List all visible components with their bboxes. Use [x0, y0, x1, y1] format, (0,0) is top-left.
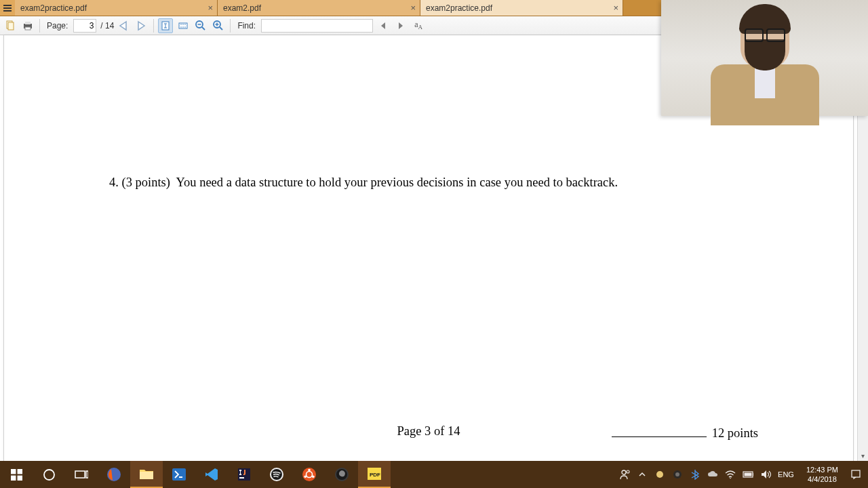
clock-time: 12:43 PM — [806, 465, 838, 474]
clock-date: 4/4/2018 — [806, 474, 838, 484]
svg-rect-25 — [75, 471, 85, 478]
svg-point-7 — [181, 24, 182, 25]
svg-rect-4 — [25, 27, 31, 30]
page-label: Page: — [44, 21, 71, 30]
find-next-icon[interactable] — [393, 18, 408, 33]
svg-rect-3 — [25, 22, 31, 24]
copy-icon[interactable] — [3, 18, 18, 33]
svg-rect-50 — [753, 473, 753, 476]
obs-tray-icon[interactable] — [672, 469, 683, 480]
sumatra-pdf-icon[interactable]: PDF — [358, 461, 391, 488]
svg-point-45 — [656, 471, 663, 478]
svg-rect-1 — [8, 22, 14, 30]
firefox-icon[interactable] — [98, 461, 130, 488]
close-icon[interactable]: × — [410, 3, 416, 12]
people-icon[interactable] — [619, 469, 630, 480]
svg-rect-20 — [11, 469, 16, 474]
svg-point-11 — [183, 26, 184, 28]
app-menu-button[interactable] — [0, 0, 15, 16]
svg-line-17 — [220, 27, 222, 30]
svg-point-37 — [304, 476, 307, 479]
ubuntu-icon[interactable] — [293, 461, 326, 488]
next-page-icon[interactable] — [134, 18, 149, 33]
close-icon[interactable]: × — [613, 3, 618, 12]
svg-rect-51 — [745, 473, 752, 476]
find-input[interactable] — [261, 19, 373, 33]
vscode-icon[interactable] — [195, 461, 228, 488]
svg-point-44 — [627, 470, 629, 473]
webcam-overlay — [661, 0, 868, 116]
svg-point-8 — [183, 24, 184, 25]
tab-label: exam2.pdf — [223, 3, 261, 13]
svg-point-9 — [185, 24, 186, 25]
language-indicator[interactable]: ENG — [778, 470, 794, 479]
separator — [39, 19, 40, 33]
tab-label: exam2practice.pdf — [20, 3, 87, 13]
tab-1[interactable]: exam2.pdf × — [218, 0, 420, 16]
tab-label: exam2practice.pdf — [426, 3, 492, 13]
intellij-icon[interactable] — [228, 461, 260, 488]
find-label: Find: — [235, 21, 258, 30]
start-button[interactable] — [0, 461, 33, 488]
separator — [230, 19, 231, 33]
svg-point-43 — [622, 470, 626, 474]
svg-rect-31 — [239, 477, 244, 479]
svg-rect-52 — [852, 470, 860, 477]
onedrive-icon[interactable] — [707, 469, 718, 480]
svg-text:PDF: PDF — [370, 472, 380, 478]
svg-rect-21 — [17, 469, 22, 474]
svg-rect-26 — [86, 471, 88, 478]
separator — [153, 19, 154, 33]
prev-page-icon[interactable] — [117, 18, 132, 33]
fit-width-icon[interactable] — [176, 18, 191, 33]
svg-point-47 — [675, 472, 679, 476]
weather-icon[interactable] — [654, 469, 665, 480]
svg-point-12 — [185, 26, 186, 28]
spotify-icon[interactable] — [260, 461, 293, 488]
task-view-icon[interactable] — [65, 461, 98, 488]
scroll-down-icon[interactable]: ▾ — [858, 452, 868, 460]
clock[interactable]: 12:43 PM 4/4/2018 — [801, 465, 844, 485]
tab-0[interactable]: exam2practice.pdf × — [15, 0, 218, 16]
cortana-icon[interactable] — [33, 461, 65, 488]
svg-rect-23 — [17, 475, 22, 480]
system-tray: ENG 12:43 PM 4/4/2018 — [612, 465, 868, 485]
svg-point-24 — [44, 470, 54, 480]
battery-icon[interactable] — [743, 469, 753, 480]
svg-point-38 — [312, 476, 315, 479]
page-number-input[interactable] — [73, 19, 96, 33]
close-icon[interactable]: × — [208, 3, 213, 12]
svg-point-10 — [181, 26, 182, 28]
fit-page-icon[interactable] — [158, 18, 173, 33]
powershell-icon[interactable] — [163, 461, 195, 488]
svg-rect-22 — [11, 475, 16, 480]
windows-taskbar: PDF ENG 12:43 PM — [0, 461, 868, 488]
zoom-out-icon[interactable] — [193, 18, 208, 33]
svg-rect-28 — [140, 472, 153, 479]
volume-icon[interactable] — [760, 469, 771, 480]
page-indicator: Page 3 of 14 — [397, 424, 460, 439]
svg-line-14 — [202, 27, 205, 30]
find-prev-icon[interactable] — [376, 18, 391, 33]
bluetooth-icon[interactable] — [690, 469, 701, 480]
obs-icon[interactable] — [326, 461, 358, 488]
points-total: 12 points — [612, 424, 758, 441]
presenter-figure — [717, 0, 812, 116]
tab-2[interactable]: exam2practice.pdf × — [420, 0, 623, 16]
tray-chevron-up-icon[interactable] — [637, 469, 648, 480]
question-text: 4. (3 points) You need a data structure … — [109, 174, 785, 192]
file-explorer-icon[interactable] — [130, 461, 163, 488]
notifications-icon[interactable] — [850, 469, 861, 480]
match-case-icon[interactable]: aA — [411, 18, 426, 33]
wifi-icon[interactable] — [725, 469, 736, 480]
svg-point-48 — [730, 478, 731, 479]
page-total: / 14 — [99, 21, 114, 30]
svg-point-36 — [308, 469, 311, 472]
print-icon[interactable] — [20, 18, 35, 33]
zoom-in-icon[interactable] — [211, 18, 226, 33]
